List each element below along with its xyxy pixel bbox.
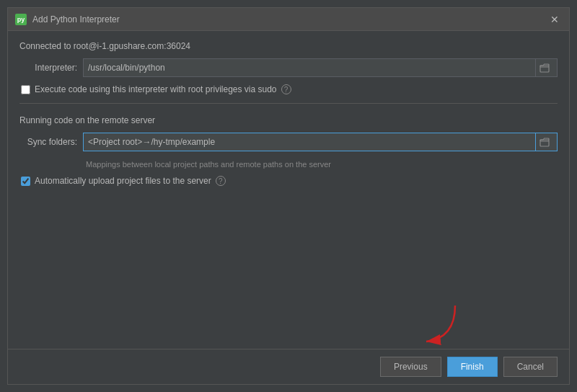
- connection-label: Connected to root@i-1.gpushare.com:36024: [19, 41, 558, 51]
- sync-label: Sync folders:: [19, 137, 77, 147]
- interpreter-input-wrap: /usr/local/bin/python: [83, 58, 558, 77]
- sync-folders-row: Sync folders: <Project root>→/hy-tmp/exa…: [19, 133, 558, 151]
- title-bar: py Add Python Interpreter ✕: [8, 8, 569, 31]
- svg-rect-0: [540, 66, 549, 72]
- sync-value: <Project root>→/hy-tmp/example: [88, 137, 532, 147]
- dialog-title: Add Python Interpreter: [32, 14, 547, 24]
- sync-browse-button[interactable]: [535, 133, 552, 151]
- separator-1: [19, 103, 558, 104]
- auto-upload-help-icon[interactable]: ?: [216, 176, 226, 186]
- dialog-icon: py: [15, 14, 27, 25]
- sudo-checkbox-label: Execute code using this interpreter with…: [35, 84, 277, 94]
- auto-upload-row: Automatically upload project files to th…: [19, 176, 558, 186]
- interpreter-row: Interpreter: /usr/local/bin/python: [19, 58, 558, 77]
- dialog-footer: Previous Finish Cancel: [8, 349, 569, 384]
- sudo-help-icon[interactable]: ?: [281, 84, 291, 94]
- mappings-hint: Mappings between local project paths and…: [19, 160, 558, 169]
- close-button[interactable]: ✕: [547, 12, 562, 27]
- interpreter-label: Interpreter:: [19, 63, 77, 73]
- previous-button[interactable]: Previous: [380, 357, 441, 377]
- dialog-content: Connected to root@i-1.gpushare.com:36024…: [8, 31, 569, 349]
- auto-upload-checkbox[interactable]: [21, 177, 30, 186]
- interpreter-value: /usr/local/bin/python: [88, 63, 532, 73]
- auto-upload-label: Automatically upload project files to th…: [35, 176, 211, 186]
- sudo-checkbox[interactable]: [21, 85, 30, 94]
- interpreter-browse-button[interactable]: [535, 59, 552, 76]
- section-title: Running code on the remote server: [19, 115, 558, 125]
- add-python-interpreter-dialog: py Add Python Interpreter ✕ Connected to…: [7, 7, 570, 385]
- cancel-button[interactable]: Cancel: [503, 357, 558, 377]
- svg-rect-1: [540, 140, 549, 146]
- sync-input-wrap: <Project root>→/hy-tmp/example: [83, 133, 558, 151]
- sudo-checkbox-row: Execute code using this interpreter with…: [19, 84, 558, 94]
- finish-button[interactable]: Finish: [447, 357, 498, 377]
